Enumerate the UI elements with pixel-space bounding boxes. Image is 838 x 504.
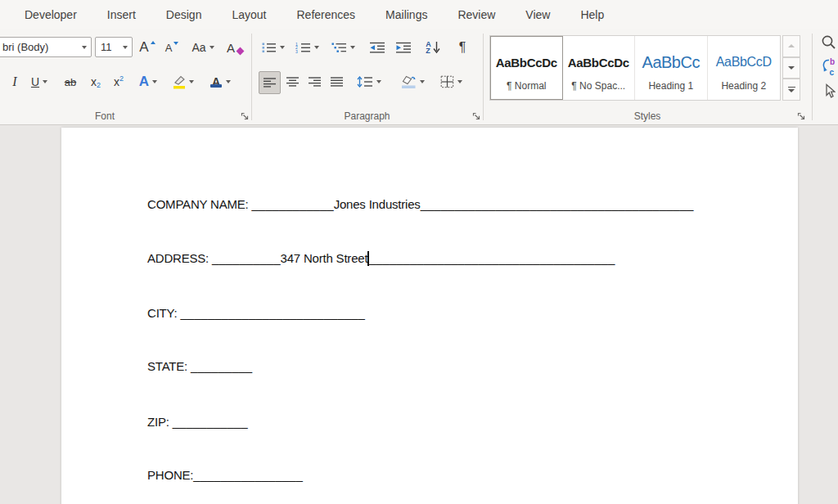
chevron-up-icon: [788, 44, 795, 47]
multilevel-list-button[interactable]: [327, 37, 359, 58]
text-effects-icon: A: [139, 74, 149, 90]
blank-line: ________________________________________: [421, 197, 694, 211]
doc-line-state[interactable]: STATE:_________: [147, 359, 252, 373]
style-no-spacing[interactable]: AaBbCcDc ¶ No Spac...: [563, 36, 636, 100]
font-size-value: 11: [96, 41, 112, 53]
select-button[interactable]: [820, 81, 838, 101]
grow-font-button[interactable]: A: [136, 37, 159, 58]
styles-dialog-launcher[interactable]: [796, 111, 807, 122]
sort-button[interactable]: AZ: [421, 37, 445, 58]
clear-formatting-button[interactable]: A: [223, 37, 247, 58]
tab-insert[interactable]: Insert: [107, 8, 136, 21]
caret-up-icon: [151, 41, 155, 44]
caret-down-icon: [173, 42, 178, 45]
group-divider: [812, 34, 813, 120]
doc-line-phone[interactable]: PHONE:________________: [147, 468, 303, 482]
subscript-mark: 2: [97, 81, 101, 89]
find-button[interactable]: [818, 32, 838, 52]
shrink-font-button[interactable]: A: [161, 37, 182, 58]
align-center-icon: [286, 77, 299, 87]
font-color-swatch: [210, 84, 222, 88]
text-effects-button[interactable]: A: [133, 71, 163, 92]
font-color-button[interactable]: A: [205, 71, 236, 92]
group-divider: [483, 34, 484, 120]
show-hide-pilcrow-button[interactable]: ¶: [451, 37, 474, 58]
highlighter-icon: [173, 75, 186, 89]
font-size-combobox[interactable]: 11: [95, 37, 133, 57]
field-value-address: 347 North Street: [281, 251, 368, 265]
font-group-label: Font: [0, 110, 210, 124]
styles-group-label: Styles: [483, 110, 812, 124]
blank-line: ____________: [252, 197, 334, 211]
line-spacing-button[interactable]: [353, 71, 385, 92]
strikethrough-button[interactable]: ab: [59, 71, 82, 92]
shading-button[interactable]: [395, 71, 430, 92]
style-label: ¶ Normal: [507, 80, 546, 92]
style-heading-1[interactable]: AaBbCc Heading 1: [635, 36, 708, 100]
replace-button[interactable]: b c: [818, 56, 838, 77]
numbering-icon: 1 2 3: [295, 42, 311, 53]
pilcrow-icon: ¶: [459, 40, 466, 55]
gallery-scroll-down-button[interactable]: [782, 57, 800, 79]
tab-references[interactable]: References: [296, 8, 355, 21]
tab-help[interactable]: Help: [580, 8, 604, 21]
doc-line-company-name[interactable]: COMPANY NAME:____________Jones Industrie…: [147, 197, 693, 211]
chevron-down-icon: [210, 46, 214, 49]
superscript-icon: x: [114, 75, 119, 88]
chevron-down-icon: [788, 89, 795, 92]
text-highlight-button[interactable]: [167, 71, 200, 92]
increase-indent-button[interactable]: [392, 37, 415, 58]
bullets-button[interactable]: [259, 37, 288, 58]
align-right-icon: [309, 77, 321, 87]
doc-line-address[interactable]: ADDRESS:__________347 North Street______…: [147, 251, 615, 266]
font-name-combobox[interactable]: bri (Body): [0, 37, 92, 57]
chevron-down-icon: [350, 46, 355, 49]
style-preview: AaBbCcDc: [496, 44, 557, 80]
tab-review[interactable]: Review: [457, 8, 495, 21]
styles-gallery-scroll: [782, 35, 800, 101]
tab-design[interactable]: Design: [166, 8, 202, 21]
sort-az-letters: AZ: [426, 41, 431, 54]
style-normal[interactable]: AaBbCcDc ¶ Normal: [490, 36, 563, 100]
subscript-button[interactable]: x 2: [85, 71, 106, 92]
tab-layout[interactable]: Layout: [232, 8, 266, 21]
decrease-indent-button[interactable]: [366, 37, 389, 58]
underline-button[interactable]: U: [25, 71, 54, 92]
gallery-more-button[interactable]: [782, 79, 800, 101]
borders-icon: [440, 75, 454, 88]
replace-icon: b c: [820, 56, 837, 77]
font-name-value: bri (Body): [0, 41, 48, 53]
font-color-icon: A: [210, 74, 223, 90]
font-dialog-launcher[interactable]: [240, 111, 250, 122]
tab-mailings[interactable]: Mailings: [385, 8, 427, 21]
style-label: Heading 1: [648, 80, 693, 92]
align-right-button[interactable]: [304, 71, 325, 92]
change-case-button[interactable]: Aa: [187, 37, 219, 58]
justify-button[interactable]: [327, 71, 347, 92]
gallery-scroll-up-button[interactable]: [782, 35, 800, 57]
numbering-button[interactable]: 1 2 3: [291, 37, 322, 58]
tab-view[interactable]: View: [525, 8, 550, 21]
italic-icon: I: [12, 74, 16, 89]
doc-line-zip[interactable]: ZIP:___________: [147, 415, 247, 429]
document-page[interactable]: COMPANY NAME:____________Jones Industrie…: [61, 128, 798, 504]
doc-line-city[interactable]: CITY:___________________________: [147, 306, 365, 320]
borders-button[interactable]: [434, 71, 468, 92]
svg-text:b: b: [830, 57, 835, 66]
chevron-down-icon: [189, 80, 194, 83]
paragraph-dialog-launcher[interactable]: [471, 111, 482, 122]
more-styles-icon: [788, 87, 795, 88]
chevron-down-icon: [123, 46, 128, 49]
style-preview: AaBbCcD: [716, 44, 772, 80]
chevron-down-icon: [314, 46, 319, 49]
align-center-button[interactable]: [282, 71, 303, 92]
superscript-button[interactable]: x 2: [108, 71, 129, 92]
italic-button[interactable]: I: [7, 71, 23, 92]
style-heading-2[interactable]: AaBbCcD Heading 2: [708, 36, 781, 100]
arrow-down-icon: [433, 41, 440, 54]
ribbon-tab-bar: Developer Insert Design Layout Reference…: [0, 0, 838, 29]
align-left-button[interactable]: [259, 71, 281, 94]
bullets-icon: [262, 42, 277, 53]
tab-developer[interactable]: Developer: [25, 8, 77, 21]
svg-text:c: c: [829, 68, 834, 77]
